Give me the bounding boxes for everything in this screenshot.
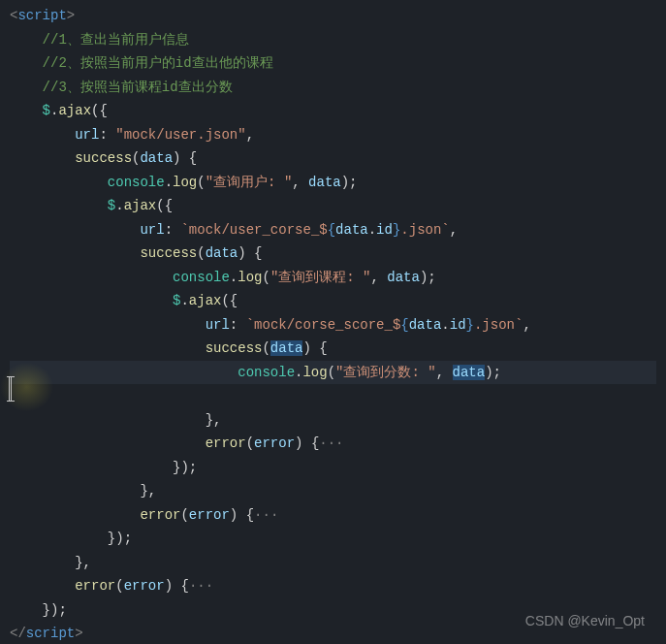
param-data: data (140, 150, 173, 166)
tag-name: script (17, 8, 66, 23)
comment-2: //2、按照当前用户的id查出他的课程 (43, 55, 273, 71)
url-2-pre: `mock/user_corse_$ (180, 222, 327, 238)
line: error(error) {··· (10, 578, 213, 594)
line: success(data) { (10, 340, 328, 356)
url-key: url (75, 127, 99, 143)
line: <script> (10, 8, 75, 23)
line: //2、按照当前用户的id查出他的课程 (10, 55, 273, 71)
line: error(error) {··· (10, 507, 278, 523)
log-method: log (173, 175, 197, 190)
line: url: `mock/user_corse_${data.id}.json`, (10, 222, 458, 238)
url-1: "mock/user.json" (115, 127, 245, 143)
line: </script> (10, 626, 83, 641)
line: //1、查出当前用户信息 (10, 32, 189, 48)
comment-3: //3、按照当前课程id查出分数 (43, 80, 233, 95)
comment-1: //1、查出当前用户信息 (43, 32, 189, 48)
line: url: `mock/corse_score_${data.id}.json`, (10, 317, 531, 333)
code-editor[interactable]: <script> //1、查出当前用户信息 //2、按照当前用户的id查出他的课… (0, 0, 666, 644)
line: //3、按照当前课程id查出分数 (10, 80, 233, 95)
line: }, (10, 412, 221, 428)
console-obj: console (108, 175, 165, 190)
fold-icon[interactable]: ··· (254, 507, 278, 523)
line: }); (10, 531, 132, 546)
ajax-method: ajax (58, 103, 91, 118)
line: $.ajax({ (10, 198, 173, 213)
log-str-2: "查询到课程: " (270, 270, 371, 285)
line: }, (10, 483, 156, 499)
line-highlighted: console.log("查询到分数: ", data); (10, 361, 656, 385)
url-3-pre: `mock/corse_score_$ (246, 317, 401, 333)
line: }); (10, 460, 197, 475)
line: }, (10, 555, 91, 570)
log-str-3: "查询到分数: " (335, 365, 436, 380)
success-fn: success (75, 150, 132, 166)
line: success(data) { (10, 150, 197, 166)
line: $.ajax({ (10, 293, 238, 308)
line: console.log("查询用户: ", data); (10, 175, 358, 190)
line: $.ajax({ (10, 103, 108, 118)
angle-close: > (67, 8, 75, 23)
url-2-post: .json` (400, 222, 449, 238)
arg-data: data (308, 175, 341, 190)
fold-icon[interactable]: ··· (319, 435, 343, 451)
log-str-1: "查询用户: " (206, 175, 293, 190)
line: }); (10, 602, 67, 618)
url-3-post: .json` (474, 317, 523, 333)
line: url: "mock/user.json", (10, 127, 254, 143)
line: success(data) { (10, 245, 262, 261)
jquery: $ (43, 103, 50, 118)
fold-icon[interactable]: ··· (189, 578, 213, 594)
line: error(error) {··· (10, 435, 344, 451)
line: console.log("查询到课程: ", data); (10, 270, 436, 285)
